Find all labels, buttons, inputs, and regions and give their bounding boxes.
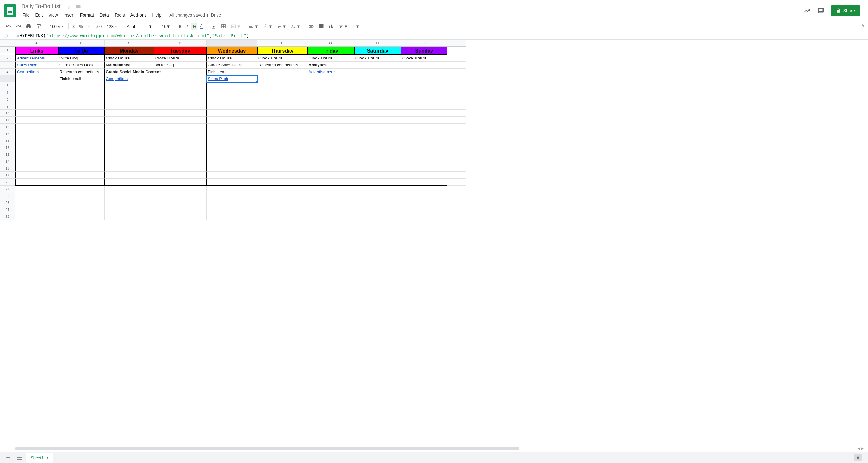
cell-A14[interactable] — [15, 137, 58, 144]
cell-G23[interactable] — [307, 199, 354, 206]
cell-B21[interactable] — [58, 186, 104, 192]
cell-B4[interactable]: Research competitors — [58, 68, 104, 75]
cell-A8[interactable] — [15, 96, 58, 103]
cell-A22[interactable] — [15, 192, 58, 199]
cell-B13[interactable] — [58, 130, 104, 137]
cell-F25[interactable] — [257, 213, 307, 220]
fill-color-button[interactable] — [209, 22, 218, 30]
cell-I11[interactable] — [401, 117, 447, 124]
font-select[interactable]: Arial▼ — [124, 23, 155, 30]
cell-C12[interactable] — [104, 124, 154, 130]
cell-J8[interactable] — [447, 96, 466, 103]
cell-D22[interactable] — [154, 192, 207, 199]
cell-A25[interactable] — [15, 213, 58, 220]
cell-B17[interactable] — [58, 158, 104, 165]
cell-B7[interactable] — [58, 89, 104, 96]
row-header-6[interactable]: 6 — [0, 82, 15, 89]
row-header-7[interactable]: 7 — [0, 89, 15, 96]
cell-J2[interactable] — [447, 55, 466, 62]
cell-H16[interactable] — [354, 151, 401, 158]
text-color-button[interactable]: A — [198, 22, 205, 31]
cell-G10[interactable] — [307, 110, 354, 117]
col-header-J[interactable]: J — [447, 40, 466, 47]
cell-H14[interactable] — [354, 137, 401, 144]
cell-G9[interactable] — [307, 103, 354, 110]
cell-C15[interactable] — [104, 144, 154, 151]
cell-C6[interactable] — [104, 82, 154, 89]
cell-D14[interactable] — [154, 137, 207, 144]
row-header-24[interactable]: 24 — [0, 206, 15, 213]
row-header-10[interactable]: 10 — [0, 110, 15, 117]
cell-I23[interactable] — [401, 199, 447, 206]
cell-I5[interactable] — [401, 75, 447, 82]
col-header-C[interactable]: C — [104, 40, 154, 47]
cell-G15[interactable] — [307, 144, 354, 151]
row-header-23[interactable]: 23 — [0, 199, 15, 206]
cell-B22[interactable] — [58, 192, 104, 199]
cell-E6[interactable] — [207, 82, 257, 89]
cell-F21[interactable] — [257, 186, 307, 192]
cell-A12[interactable] — [15, 124, 58, 130]
bold-button[interactable]: B — [177, 23, 183, 30]
select-all-corner[interactable] — [0, 40, 15, 47]
col-header-I[interactable]: I — [401, 40, 447, 47]
cell-A23[interactable] — [15, 199, 58, 206]
row-header-4[interactable]: 4 — [0, 68, 15, 75]
cell-F3[interactable]: Research competitors — [257, 62, 307, 68]
cell-F22[interactable] — [257, 192, 307, 199]
cell-C7[interactable] — [104, 89, 154, 96]
cell-D24[interactable] — [154, 206, 207, 213]
cell-E5[interactable]: Sales Pitch — [207, 75, 257, 82]
cell-A16[interactable] — [15, 151, 58, 158]
cell-A15[interactable] — [15, 144, 58, 151]
col-header-G[interactable]: G — [307, 40, 354, 47]
menu-insert[interactable]: Insert — [61, 11, 77, 19]
cell-D3[interactable]: Write Blog — [154, 62, 207, 68]
cell-A17[interactable] — [15, 158, 58, 165]
cell-C25[interactable] — [104, 213, 154, 220]
cell-F20[interactable] — [257, 179, 307, 186]
cell-C9[interactable] — [104, 103, 154, 110]
cell-J24[interactable] — [447, 206, 466, 213]
cell-E1[interactable]: Wednesday — [207, 47, 257, 55]
col-header-F[interactable]: F — [257, 40, 307, 47]
cell-C24[interactable] — [104, 206, 154, 213]
menu-view[interactable]: View — [46, 11, 60, 19]
h-align-button[interactable]: ▼ — [247, 23, 260, 30]
cell-A4[interactable]: Competitors — [15, 68, 58, 75]
print-button[interactable] — [24, 22, 33, 30]
cell-C5[interactable]: Competitors — [104, 75, 154, 82]
cell-H12[interactable] — [354, 124, 401, 130]
row-header-18[interactable]: 18 — [0, 165, 15, 172]
cell-B24[interactable] — [58, 206, 104, 213]
cell-C14[interactable] — [104, 137, 154, 144]
cell-G17[interactable] — [307, 158, 354, 165]
cell-A20[interactable] — [15, 179, 58, 186]
cell-A7[interactable] — [15, 89, 58, 96]
cell-D7[interactable] — [154, 89, 207, 96]
cell-I8[interactable] — [401, 96, 447, 103]
cell-I15[interactable] — [401, 144, 447, 151]
cell-J7[interactable] — [447, 89, 466, 96]
cell-H9[interactable] — [354, 103, 401, 110]
cell-C20[interactable] — [104, 179, 154, 186]
comment-button[interactable] — [316, 22, 326, 30]
filter-button[interactable]: ▼ — [336, 23, 350, 30]
cell-J1[interactable] — [447, 47, 466, 54]
cell-G11[interactable] — [307, 117, 354, 124]
cell-F16[interactable] — [257, 151, 307, 158]
cell-E21[interactable] — [207, 186, 257, 192]
cell-D17[interactable] — [154, 158, 207, 165]
menu-file[interactable]: File — [20, 11, 32, 19]
cell-B16[interactable] — [58, 151, 104, 158]
cell-I4[interactable] — [401, 68, 447, 75]
cell-H6[interactable] — [354, 82, 401, 89]
cell-B8[interactable] — [58, 96, 104, 103]
menu-add-ons[interactable]: Add-ons — [128, 11, 149, 19]
cell-B5[interactable]: Finish email — [58, 75, 104, 82]
cell-E15[interactable] — [207, 144, 257, 151]
cell-J4[interactable] — [447, 68, 466, 75]
row-header-13[interactable]: 13 — [0, 130, 15, 137]
cell-G7[interactable] — [307, 89, 354, 96]
collapse-toolbar-button[interactable]: ᐱ — [861, 24, 864, 28]
